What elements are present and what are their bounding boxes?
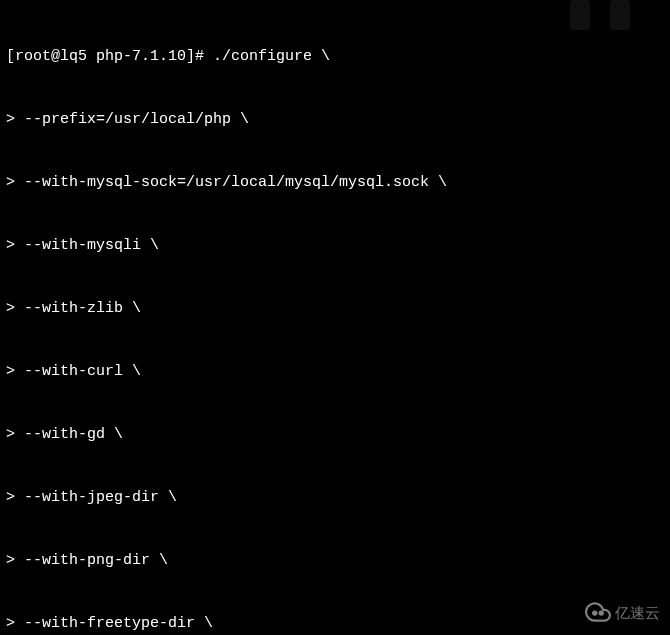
terminal-line: > --with-gd \ (6, 424, 664, 445)
terminal-line: > --with-png-dir \ (6, 550, 664, 571)
watermark-text: 亿速云 (615, 602, 660, 623)
terminal-line: [root@lq5 php-7.1.10]# ./configure \ (6, 46, 664, 67)
svg-point-1 (600, 611, 603, 614)
terminal-line: > --with-jpeg-dir \ (6, 487, 664, 508)
terminal-line: > --with-zlib \ (6, 298, 664, 319)
svg-point-0 (593, 611, 596, 614)
terminal-line: > --prefix=/usr/local/php \ (6, 109, 664, 130)
terminal-line: > --with-mysqli \ (6, 235, 664, 256)
terminal-line: > --with-freetype-dir \ (6, 613, 664, 634)
decorative-overlay (570, 0, 630, 30)
terminal-line: > --with-mysql-sock=/usr/local/mysql/mys… (6, 172, 664, 193)
decorative-shape (610, 0, 630, 30)
decorative-shape (570, 0, 590, 30)
terminal-output[interactable]: [root@lq5 php-7.1.10]# ./configure \ > -… (6, 4, 664, 635)
terminal-line: > --with-curl \ (6, 361, 664, 382)
cloud-icon (585, 599, 611, 625)
watermark: 亿速云 (585, 599, 660, 625)
